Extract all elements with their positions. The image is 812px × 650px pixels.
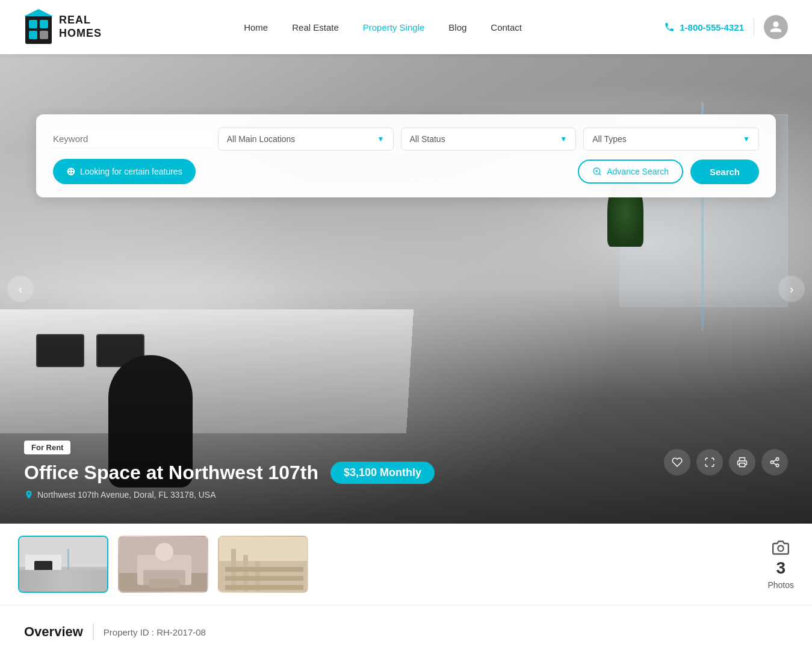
types-arrow-icon: ▼: [743, 135, 750, 143]
features-btn-label: Looking for certain features: [80, 167, 182, 176]
user-avatar[interactable]: [764, 15, 788, 39]
svg-rect-0: [25, 15, 52, 44]
svg-rect-2: [40, 20, 48, 28]
thumbnails-row: [18, 536, 749, 593]
search-row-2: ⊕ Looking for certain features Advance S…: [53, 159, 759, 184]
locations-label: All Main Locations: [227, 134, 296, 144]
logo[interactable]: REAL HOMES: [24, 9, 102, 45]
nav-real-estate[interactable]: Real Estate: [292, 22, 339, 32]
advance-search-button[interactable]: Advance Search: [578, 159, 683, 184]
advance-search-icon: [592, 167, 602, 176]
locations-select[interactable]: All Main Locations ▼: [218, 128, 394, 150]
overview-title: Overview: [24, 624, 83, 640]
logo-text: REAL HOMES: [59, 14, 102, 40]
camera-icon: [772, 539, 789, 556]
overview-header: Overview Property ID : RH-2017-08: [24, 624, 788, 640]
thumb-1-img: [19, 537, 108, 593]
status-arrow-icon: ▼: [560, 135, 567, 143]
svg-rect-31: [225, 576, 303, 581]
search-panel: All Main Locations ▼ All Status ▼ All Ty…: [36, 114, 776, 197]
status-label: All Status: [410, 134, 445, 144]
for-rent-badge: For Rent: [24, 441, 70, 454]
svg-rect-16: [67, 549, 69, 585]
keyword-input[interactable]: [53, 130, 211, 148]
header-divider: [754, 18, 754, 36]
header-right: 1-800-555-4321: [664, 15, 788, 39]
thumbnail-2[interactable]: [118, 536, 208, 593]
svg-rect-30: [225, 567, 303, 572]
phone-icon: [664, 22, 675, 32]
search-row-1: All Main Locations ▼ All Status ▼ All Ty…: [53, 128, 759, 150]
photos-count-area: 3 Photos: [749, 539, 794, 590]
svg-point-33: [778, 545, 784, 551]
svg-point-23: [155, 543, 173, 561]
property-address: Northwest 107th Avenue, Doral, FL 33178,…: [24, 490, 788, 500]
header: REAL HOMES Home Real Estate Property Sin…: [0, 0, 812, 54]
thumb-3-img: [219, 537, 308, 593]
address-text: Northwest 107th Avenue, Doral, FL 33178,…: [37, 490, 216, 500]
svg-rect-3: [29, 31, 37, 39]
svg-marker-5: [24, 9, 53, 16]
svg-rect-14: [19, 567, 108, 593]
nav-home[interactable]: Home: [244, 22, 268, 32]
svg-rect-4: [40, 31, 48, 39]
features-button[interactable]: ⊕ Looking for certain features: [53, 159, 196, 184]
types-select[interactable]: All Types ▼: [583, 128, 759, 150]
property-title: Office Space at Northwest 107th: [24, 462, 318, 484]
property-title-row: Office Space at Northwest 107th $3,100 M…: [24, 462, 788, 484]
search-actions: Advance Search Search: [578, 159, 759, 184]
types-label: All Types: [592, 134, 627, 144]
photos-label: Photos: [767, 580, 794, 590]
search-button[interactable]: Search: [690, 159, 759, 184]
locations-arrow-icon: ▼: [377, 135, 385, 143]
main-nav: Home Real Estate Property Single Blog Co…: [244, 22, 522, 32]
next-arrow[interactable]: ›: [778, 276, 805, 302]
nav-contact[interactable]: Contact: [491, 22, 522, 32]
status-select[interactable]: All Status ▼: [401, 128, 577, 150]
svg-rect-1: [29, 20, 37, 28]
price-badge: $3,100 Monthly: [330, 462, 435, 484]
svg-rect-24: [149, 579, 179, 588]
advance-search-label: Advance Search: [607, 167, 669, 176]
plus-icon: ⊕: [66, 165, 75, 178]
phone-number: 1-800-555-4321: [680, 22, 744, 32]
svg-rect-17: [34, 561, 52, 573]
logo-icon: [24, 9, 53, 45]
svg-rect-18: [55, 570, 85, 588]
thumbnails-section: 3 Photos: [0, 524, 812, 605]
nav-property-single[interactable]: Property Single: [363, 22, 425, 32]
phone-area[interactable]: 1-800-555-4321: [664, 22, 744, 32]
thumbnail-3[interactable]: [218, 536, 308, 593]
property-id: Property ID : RH-2017-08: [104, 627, 206, 637]
photos-number: 3: [776, 559, 786, 578]
hero-section: All Main Locations ▼ All Status ▼ All Ty…: [0, 54, 812, 524]
location-pin-icon: [24, 490, 34, 500]
user-icon: [769, 20, 783, 34]
nav-blog[interactable]: Blog: [448, 22, 466, 32]
thumb-2-img: [119, 537, 208, 593]
thumbnail-1[interactable]: [18, 536, 108, 593]
overview-divider: [93, 624, 94, 640]
hero-bottom: For Rent Office Space at Northwest 107th…: [24, 441, 788, 500]
overview-section: Overview Property ID : RH-2017-08: [0, 605, 812, 650]
svg-rect-32: [225, 585, 303, 590]
prev-arrow[interactable]: ‹: [7, 276, 34, 302]
